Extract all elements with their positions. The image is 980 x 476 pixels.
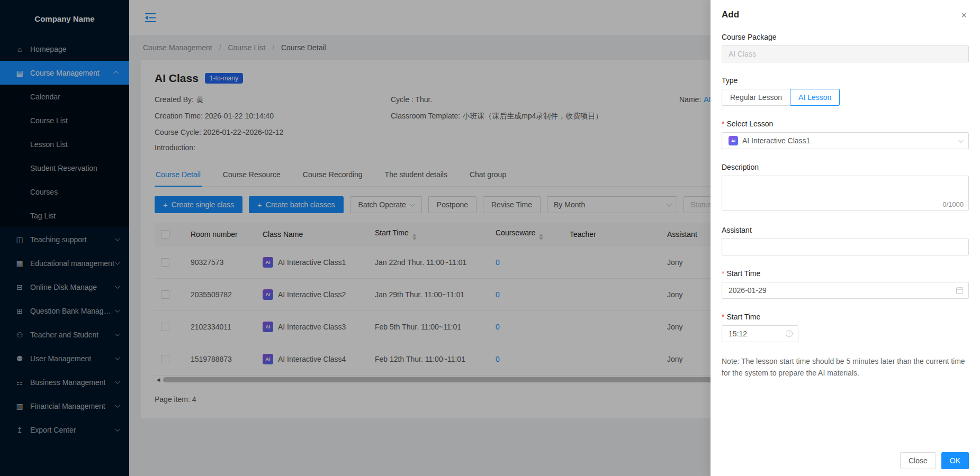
drawer-header: Add × (711, 0, 980, 29)
close-button[interactable]: Close (900, 452, 936, 469)
add-lesson-drawer: Add × Course Package Type Regular Lesson… (711, 0, 980, 476)
drawer-body: Course Package Type Regular Lesson AI Le… (711, 29, 980, 445)
required-asterisk: * (722, 313, 724, 321)
required-asterisk: * (722, 269, 724, 278)
select-lesson-label: Select Lesson (726, 120, 773, 128)
regular-lesson-radio[interactable]: Regular Lesson (722, 89, 790, 106)
course-package-label: Course Package (722, 33, 969, 41)
start-time-label: Start Time (726, 313, 760, 321)
course-package-input (722, 45, 969, 62)
clock-icon[interactable] (785, 330, 793, 338)
chevron-down-icon (958, 138, 964, 143)
ai-lesson-icon: AI (729, 136, 738, 145)
start-date-input[interactable] (722, 282, 969, 299)
ok-button[interactable]: OK (941, 452, 969, 469)
course-package-field: Course Package (722, 33, 969, 62)
lesson-type-radio-group: Regular Lesson AI Lesson (722, 89, 969, 106)
type-label: Type (722, 76, 969, 85)
assistant-label: Assistant (722, 226, 969, 234)
select-lesson-value: AI Interactive Class1 (742, 136, 954, 145)
ai-lesson-radio[interactable]: AI Lesson (790, 89, 840, 106)
required-asterisk: * (722, 120, 724, 128)
start-date-field: * Start Time (722, 269, 969, 299)
select-lesson-field: * Select Lesson AI AI Interactive Class1 (722, 120, 969, 149)
drawer-footer: Close OK (711, 445, 980, 476)
start-time-field: * Start Time (722, 313, 969, 342)
assistant-field: Assistant (722, 226, 969, 255)
start-date-label: Start Time (726, 269, 760, 278)
description-textarea[interactable] (722, 176, 969, 210)
type-field: Type Regular Lesson AI Lesson (722, 76, 969, 106)
drawer-title: Add (722, 10, 739, 20)
description-label: Description (722, 163, 969, 171)
description-field: Description 0/1000 (722, 163, 969, 212)
select-lesson-dropdown[interactable]: AI AI Interactive Class1 (722, 132, 969, 149)
assistant-input[interactable] (722, 239, 969, 255)
calendar-icon[interactable] (956, 287, 964, 295)
close-icon[interactable]: × (961, 10, 967, 20)
lesson-start-note: Note: The lesson start time should be 5 … (722, 356, 969, 379)
